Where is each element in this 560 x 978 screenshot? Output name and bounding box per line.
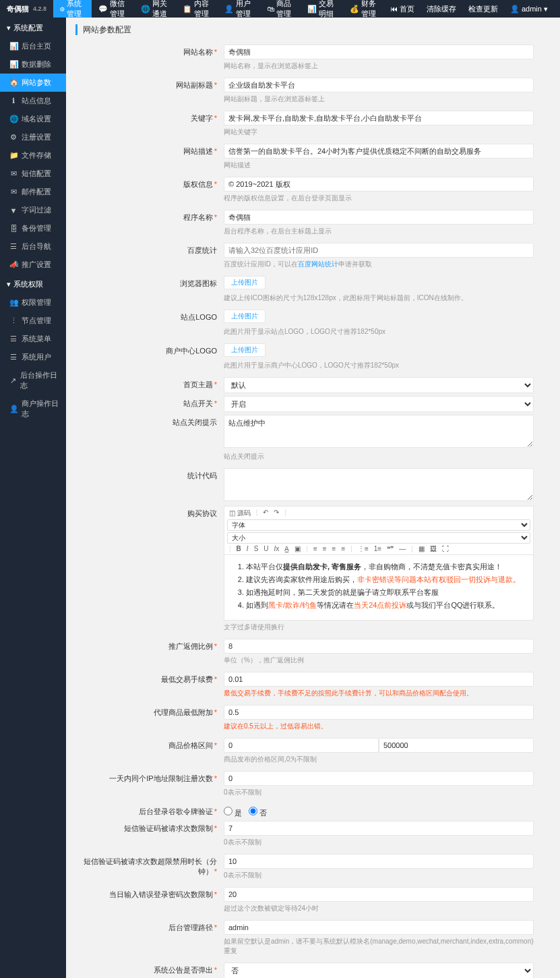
italic-icon[interactable]: I — [245, 545, 251, 552]
clear-icon[interactable]: Ix — [272, 545, 282, 552]
topnav-网关通道[interactable]: 🌐网关通道 — [134, 0, 176, 18]
upload-button[interactable]: 上传图片 — [224, 343, 266, 357]
field-label: 站点关闭提示 — [75, 415, 224, 465]
upload-button[interactable]: 上传图片 — [224, 276, 266, 289]
topnav-财务管理[interactable]: 💰财务管理 — [343, 0, 385, 18]
topnav-微信管理[interactable]: 💬微信管理 — [92, 0, 133, 18]
sidebar-item-权限管理[interactable]: 👥权限管理 — [0, 293, 66, 312]
font-select[interactable]: 字体 — [227, 519, 530, 531]
sidebar-item-域名设置[interactable]: 🌐域名设置 — [0, 110, 66, 128]
textarea-input[interactable] — [224, 468, 534, 501]
list-icon[interactable]: ⋮≡ — [356, 545, 371, 552]
text-input[interactable] — [224, 243, 534, 258]
text-input[interactable] — [224, 854, 534, 869]
olist-icon[interactable]: 1≡ — [372, 545, 383, 552]
editor-body[interactable]: 本站平台仅提供自助发卡, 寄售服务，非自购物商，不清楚充值卡密真实用途！建议先咨… — [224, 555, 533, 620]
text-input[interactable] — [224, 887, 534, 902]
sidebar-icon: ☰ — [9, 242, 18, 251]
sidebar-item-网站参数[interactable]: 🏠网站参数 — [0, 74, 66, 92]
nav-icon: 🛍 — [267, 5, 274, 13]
sidebar-item-站点信息[interactable]: ℹ站点信息 — [0, 92, 66, 110]
align-center-icon[interactable]: ≡ — [321, 545, 329, 552]
text-input[interactable] — [224, 177, 534, 192]
field-hint: 超过这个次数被锁定等待24小时 — [224, 904, 534, 913]
radio-no[interactable]: 否 — [249, 807, 267, 818]
topnav-系统管理[interactable]: ⚙系统管理 — [53, 0, 92, 18]
upload-button[interactable]: 上传图片 — [224, 310, 266, 323]
text-input[interactable] — [224, 920, 534, 935]
textarea-input[interactable]: 站点维护中 — [224, 415, 534, 448]
field-label: 最低交易手续费* — [75, 672, 224, 702]
sidebar-icon: 🗄 — [9, 225, 18, 233]
text-input[interactable] — [224, 111, 534, 125]
text-input[interactable] — [224, 78, 534, 92]
text-input[interactable] — [224, 45, 534, 59]
select-input[interactable]: 默认 — [224, 377, 534, 393]
sidebar-item-注册设置[interactable]: ⚙注册设置 — [0, 128, 66, 146]
hr-icon[interactable]: — — [397, 545, 408, 552]
strike-icon[interactable]: S — [252, 545, 261, 552]
field-label: 首页主题* — [75, 377, 224, 393]
sidebar-item-备份管理[interactable]: 🗄备份管理 — [0, 219, 66, 237]
source-icon[interactable]: ◫ 源码 — [227, 509, 253, 518]
sidebar-item-邮件配置[interactable]: ✉邮件配置 — [0, 183, 66, 201]
text-input[interactable] — [224, 210, 534, 225]
bold-icon[interactable]: B — [235, 545, 243, 552]
color-icon[interactable]: A̲ — [282, 545, 291, 552]
text-input[interactable] — [224, 771, 534, 786]
sidebar-item-系统用户[interactable]: ☰系统用户 — [0, 348, 66, 366]
text-input[interactable] — [224, 672, 534, 687]
text-input[interactable] — [224, 705, 534, 720]
undo-icon[interactable]: ↶ — [261, 509, 270, 518]
sidebar-item-节点管理[interactable]: ⋮节点管理 — [0, 312, 66, 330]
field-label: 关键字* — [75, 111, 224, 141]
sidebar-item-推广设置[interactable]: 📣推广设置 — [0, 256, 66, 274]
sidebar-icon: ↗ — [9, 376, 16, 385]
toplink-admin ▾[interactable]: 👤admin ▾ — [505, 0, 553, 18]
field-label: 版权信息* — [75, 177, 224, 207]
field-label: 商品价格区间* — [75, 738, 224, 768]
bg-icon[interactable]: ▣ — [292, 545, 303, 552]
expand-icon[interactable]: ⛶ — [440, 545, 451, 552]
topnav-商品管理[interactable]: 🛍商品管理 — [260, 0, 301, 18]
nav-icon: 💬 — [98, 5, 108, 13]
select-input[interactable]: 否 — [224, 962, 534, 978]
sidebar-item-后台操作日志[interactable]: ↗后台操作日志 — [0, 366, 66, 395]
field-label: 统计代码 — [75, 468, 224, 503]
align-right-icon[interactable]: ≡ — [330, 545, 338, 552]
field-label: 商户中心LOGO — [75, 343, 224, 374]
sidebar-item-短信配置[interactable]: ✉短信配置 — [0, 165, 66, 183]
underline-icon[interactable]: U — [261, 545, 270, 552]
toplink-首页[interactable]: ⏮首页 — [385, 0, 420, 18]
toplink-检查更新[interactable]: 检查更新 — [463, 0, 503, 18]
image-icon[interactable]: 🖼 — [428, 545, 439, 552]
table-icon[interactable]: ▦ — [416, 545, 427, 552]
sidebar-item-后台主页[interactable]: 📊后台主页 — [0, 37, 66, 55]
topnav-交易明细[interactable]: 📊交易明细 — [301, 0, 342, 18]
sidebar-item-后台导航[interactable]: ☰后台导航 — [0, 237, 66, 256]
topnav-内容管理[interactable]: 📋内容管理 — [176, 0, 218, 18]
redo-icon[interactable]: ↷ — [272, 509, 281, 518]
radio-yes[interactable]: 是 — [224, 807, 242, 818]
quote-icon[interactable]: ❝❞ — [385, 545, 396, 552]
text-input[interactable] — [224, 821, 534, 836]
align-justify-icon[interactable]: ≡ — [339, 545, 347, 552]
toplink-清除缓存[interactable]: 清除缓存 — [421, 0, 462, 18]
size-select[interactable]: 大小 — [227, 532, 530, 544]
editor-toolbar: ◫ 源码|↶↷|字体大小|BISUIxA̲▣|≡≡≡≡|⋮≡1≡❝❞—|▦🖼⛶ — [224, 507, 533, 555]
sidebar-item-系统菜单[interactable]: ☰系统菜单 — [0, 330, 66, 348]
field-hint: 单位（%），推广返佣比例 — [224, 656, 534, 665]
text-input[interactable] — [224, 639, 534, 654]
range-from[interactable] — [224, 738, 379, 753]
sidebar-icon: ⚙ — [9, 133, 18, 142]
sidebar-item-文件存储[interactable]: 📁文件存储 — [0, 146, 66, 165]
sidebar-item-字词过滤[interactable]: ▼字词过滤 — [0, 201, 66, 219]
sidebar-item-数据删除[interactable]: 📊数据删除 — [0, 55, 66, 74]
text-input[interactable] — [224, 144, 534, 159]
align-left-icon[interactable]: ≡ — [311, 545, 319, 552]
topnav-用户管理[interactable]: 👤用户管理 — [218, 0, 259, 18]
select-input[interactable]: 开启 — [224, 396, 534, 412]
sidebar-item-商户操作日志[interactable]: 👤商户操作日志 — [0, 395, 66, 423]
range-to[interactable] — [379, 738, 534, 753]
field-hint: 文字过多请使用换行 — [224, 623, 534, 632]
